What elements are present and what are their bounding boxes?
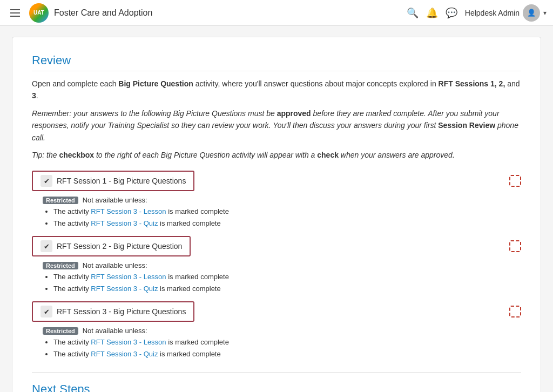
- chat-icon[interactable]: 💬: [446, 7, 457, 19]
- hamburger-line-1: [10, 9, 20, 10]
- user-menu[interactable]: Helpdesk Admin 👤 ▾: [465, 4, 547, 22]
- activity-checkbox-2[interactable]: [509, 240, 521, 252]
- restriction-intro-3: Not available unless:: [83, 327, 147, 335]
- restriction-intro-2: Not available unless:: [83, 261, 147, 269]
- user-avatar: 👤: [523, 4, 540, 22]
- hamburger-line-2: [10, 12, 20, 13]
- activity-check-icon-1: ✔: [41, 175, 52, 187]
- activity-checkbox-3[interactable]: [509, 306, 521, 317]
- activity-box-3[interactable]: ✔ RFT Session 3 - Big Picture Questions: [32, 301, 194, 322]
- rft-session3-quiz-link-2[interactable]: RFT Session 3 - Quiz: [91, 285, 158, 293]
- activity-check-icon-3: ✔: [41, 306, 52, 317]
- review-intro-paragraph: Open and complete each Big Picture Quest…: [32, 78, 521, 102]
- rft-session3-quiz-link-3[interactable]: RFT Session 3 - Quiz: [91, 350, 158, 358]
- activity-block-1: ✔ RFT Session 1 - Big Picture Questions …: [32, 171, 521, 228]
- activity-label-2: RFT Session 2 - Big Picture Question: [57, 242, 182, 251]
- search-icon[interactable]: 🔍: [407, 7, 419, 19]
- activity-row-2: ✔ RFT Session 2 - Big Picture Question: [32, 236, 521, 256]
- bold-big-picture: Big Picture Question: [118, 79, 193, 88]
- avatar-icon: 👤: [527, 9, 536, 17]
- bell-icon[interactable]: 🔔: [426, 7, 438, 19]
- remember-italic: Remember: [32, 109, 69, 118]
- app-logo: UAT: [29, 3, 49, 23]
- rft-session3-lesson-link-1[interactable]: RFT Session 3 - Lesson: [91, 207, 166, 215]
- activity-checkbox-1[interactable]: [509, 175, 521, 187]
- activity-box-1[interactable]: ✔ RFT Session 1 - Big Picture Questions: [32, 171, 194, 191]
- restriction-block-2: Restricted Not available unless: The act…: [32, 261, 521, 294]
- restriction-item-3-1: The activity RFT Session 3 - Lesson is m…: [53, 337, 521, 348]
- rft-session3-lesson-link-3[interactable]: RFT Session 3 - Lesson: [91, 338, 166, 346]
- activity-row-3: ✔ RFT Session 3 - Big Picture Questions: [32, 301, 521, 322]
- activity-block-2: ✔ RFT Session 2 - Big Picture Question R…: [32, 236, 521, 294]
- app-header: UAT Foster Care and Adoption 🔍 🔔 💬 Helpd…: [0, 0, 553, 26]
- next-steps-heading: Next Steps: [32, 382, 521, 392]
- restriction-item-1-1: The activity RFT Session 3 - Lesson is m…: [53, 206, 521, 217]
- activity-label-3: RFT Session 3 - Big Picture Questions: [57, 307, 186, 316]
- logo-text: UAT: [33, 10, 44, 16]
- header-right: 🔍 🔔 💬 Helpdesk Admin 👤 ▾: [407, 4, 547, 22]
- rft-session3-quiz-link-1[interactable]: RFT Session 3 - Quiz: [91, 219, 158, 227]
- main-content: Review Open and complete each Big Pictur…: [12, 37, 541, 392]
- activity-label-1: RFT Session 1 - Big Picture Questions: [57, 177, 186, 185]
- restriction-block-1: Restricted Not available unless: The act…: [32, 195, 521, 228]
- review-tip-paragraph: Tip: the checkbox to the right of each B…: [32, 149, 521, 161]
- header-left: UAT Foster Care and Adoption: [6, 3, 152, 23]
- rft-session3-lesson-link-2[interactable]: RFT Session 3 - Lesson: [91, 273, 166, 281]
- review-heading: Review: [32, 53, 521, 71]
- activity-check-icon-2: ✔: [41, 240, 52, 252]
- restriction-list-3: The activity RFT Session 3 - Lesson is m…: [43, 337, 521, 359]
- restricted-badge-2: Restricted: [43, 262, 78, 269]
- bold-3: 3: [32, 91, 36, 100]
- activity-row-1: ✔ RFT Session 1 - Big Picture Questions: [32, 171, 521, 191]
- bold-session-review-1: Session Review: [438, 121, 495, 130]
- dropdown-arrow-icon: ▾: [543, 9, 547, 17]
- restriction-item-3-2: The activity RFT Session 3 - Quiz is mar…: [53, 349, 521, 360]
- user-name-label: Helpdesk Admin: [465, 9, 520, 17]
- activity-box-2[interactable]: ✔ RFT Session 2 - Big Picture Question: [32, 236, 191, 256]
- review-note-paragraph: Remember: your answers to the following …: [32, 107, 521, 144]
- restriction-list-2: The activity RFT Session 3 - Lesson is m…: [43, 272, 521, 294]
- restriction-item-1-2: The activity RFT Session 3 - Quiz is mar…: [53, 218, 521, 229]
- activity-block-3: ✔ RFT Session 3 - Big Picture Questions …: [32, 301, 521, 359]
- bold-checkbox: checkbox: [59, 151, 94, 159]
- section-divider: [32, 372, 521, 373]
- bold-rft-sessions: RFT Sessions 1, 2,: [439, 79, 505, 88]
- hamburger-line-3: [10, 16, 20, 17]
- tip-italic: Tip: [32, 151, 42, 159]
- restriction-list-1: The activity RFT Session 3 - Lesson is m…: [43, 206, 521, 228]
- restricted-badge-3: Restricted: [43, 327, 78, 335]
- restriction-intro-1: Not available unless:: [83, 196, 147, 204]
- bold-approved: approved: [277, 109, 311, 118]
- bold-check: check: [317, 151, 339, 159]
- restriction-item-2-2: The activity RFT Session 3 - Quiz is mar…: [53, 283, 521, 294]
- app-title: Foster Care and Adoption: [54, 8, 152, 18]
- restriction-block-3: Restricted Not available unless: The act…: [32, 326, 521, 359]
- restricted-badge-1: Restricted: [43, 197, 78, 204]
- restriction-item-2-1: The activity RFT Session 3 - Lesson is m…: [53, 272, 521, 282]
- hamburger-button[interactable]: [6, 4, 24, 22]
